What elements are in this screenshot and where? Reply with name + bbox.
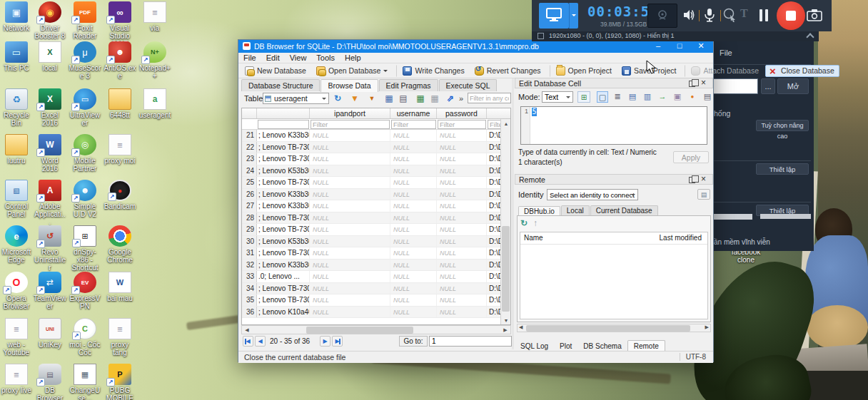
- remote-tab[interactable]: Local: [561, 205, 590, 215]
- goto-button[interactable]: Go to:: [399, 336, 428, 347]
- table-row[interactable]: 35 ; Lenovo TB-7304... NULL NULL NULL D:…: [242, 294, 510, 307]
- cell-username[interactable]: NULL: [390, 307, 437, 318]
- cell-username[interactable]: NULL: [390, 153, 437, 165]
- cell-password[interactable]: NULL: [437, 247, 487, 259]
- menu-item[interactable]: Edit: [261, 53, 285, 63]
- column-header-partial[interactable]: [487, 108, 511, 118]
- side-app-open-button[interactable]: Mở: [777, 78, 809, 94]
- cell-password[interactable]: NULL: [437, 307, 487, 318]
- side-app-browse-button[interactable]: ...: [761, 78, 775, 94]
- cell-username[interactable]: NULL: [390, 165, 437, 177]
- float-panel-icon[interactable]: [689, 81, 695, 87]
- row-number[interactable]: 33: [242, 271, 257, 282]
- cell-ipandport[interactable]: NULL: [310, 200, 390, 212]
- cell-useragent[interactable]: ; Lenovo K33b36 ...: [257, 189, 310, 200]
- close-button[interactable]: ✕: [690, 40, 712, 53]
- icon-word[interactable]: W Word 2016: [34, 134, 66, 173]
- mode-select[interactable]: Text: [542, 91, 573, 103]
- icon-edge[interactable]: e Microsoft Edge: [0, 225, 33, 264]
- close-database-button[interactable]: Close Database: [765, 65, 839, 77]
- open-database-button[interactable]: Open Database: [313, 65, 393, 77]
- cell-username[interactable]: NULL: [390, 247, 437, 259]
- cell-ipandport[interactable]: NULL: [310, 247, 390, 259]
- menu-item[interactable]: Tools: [311, 53, 340, 63]
- remote-horizontal-scrollbar[interactable]: ◀ ▶: [517, 324, 711, 332]
- cell-password[interactable]: NULL: [437, 153, 487, 165]
- row-number[interactable]: 34: [242, 283, 257, 294]
- scroll-left-icon[interactable]: ◀: [242, 326, 252, 334]
- row-number[interactable]: 31: [242, 247, 257, 259]
- icon-notepadpp[interactable]: N+ Notepad++: [138, 41, 171, 80]
- record-screen-button[interactable]: [539, 3, 569, 29]
- row-number[interactable]: 36: [242, 307, 257, 318]
- import-file-icon[interactable]: ▤: [627, 91, 638, 103]
- row-number[interactable]: 30: [242, 236, 257, 247]
- filter-icon[interactable]: ▼: [365, 93, 378, 104]
- cell-ipandport[interactable]: NULL: [310, 153, 390, 165]
- side-app-file-menu[interactable]: File: [720, 48, 732, 57]
- screenshot-camera-icon[interactable]: [807, 9, 822, 21]
- cell-useragent[interactable]: ; Lenovo TB-7304...: [257, 177, 310, 188]
- icon-driver-booster[interactable]: ◉ Driver Booster 8: [34, 1, 66, 40]
- attach-database-button[interactable]: Attach Database: [685, 65, 764, 77]
- dock-tab[interactable]: DB Schema: [577, 341, 627, 352]
- row-number[interactable]: 23: [242, 153, 257, 165]
- main-tab[interactable]: Database Structure: [241, 79, 320, 91]
- pane-splitter[interactable]: [512, 78, 514, 349]
- cell-ipandport[interactable]: NULL: [310, 224, 390, 235]
- close-panel-icon[interactable]: [701, 177, 707, 183]
- cell-ipandport[interactable]: NULL: [310, 177, 390, 188]
- row-number[interactable]: 32: [242, 260, 257, 271]
- table-row[interactable]: 29 ; Lenovo TB-7304... NULL NULL NULL D:…: [242, 224, 510, 236]
- speaker-icon[interactable]: [682, 8, 696, 22]
- cell-password[interactable]: NULL: [437, 200, 487, 212]
- cell-username[interactable]: NULL: [390, 130, 437, 141]
- side-app-advanced-button[interactable]: Tuỳ chọn nâng cao: [756, 120, 809, 131]
- title-bar[interactable]: DB Browser for SQLite - D:\THU\tool moi\…: [238, 40, 713, 53]
- cell-ipandport[interactable]: NULL: [310, 260, 390, 271]
- cell-username[interactable]: NULL: [390, 260, 437, 271]
- icon-adobe[interactable]: A Adobe Applicati...: [34, 180, 66, 226]
- filter-any-column-input[interactable]: [468, 93, 511, 103]
- icon-useragent-file[interactable]: a useragent: [138, 88, 171, 119]
- icon-changeuse[interactable]: ▦ ChangeUse...: [69, 364, 101, 400]
- cell-username[interactable]: NULL: [390, 200, 437, 212]
- cell-password[interactable]: NULL: [437, 236, 487, 247]
- cell-password[interactable]: NULL: [437, 260, 487, 271]
- scrollbar-thumb[interactable]: [502, 226, 510, 312]
- cell-editor[interactable]: 1 5: [520, 106, 707, 145]
- cell-password[interactable]: NULL: [437, 189, 487, 200]
- main-tab[interactable]: Execute SQL: [439, 79, 498, 91]
- print-icon[interactable]: ▤: [397, 93, 410, 104]
- cell-username[interactable]: NULL: [390, 283, 437, 294]
- table-select[interactable]: useragent: [263, 93, 329, 104]
- icon-teamviewer[interactable]: ⇄ TeamViewer: [34, 272, 66, 310]
- cell-username[interactable]: NULL: [390, 189, 437, 200]
- menu-item[interactable]: Help: [340, 53, 366, 63]
- encoding-indicator[interactable]: UTF-8: [680, 353, 706, 361]
- identity-settings-button[interactable]: ▤: [697, 189, 710, 200]
- icon-proxy-moi[interactable]: ≣ proxy moi: [104, 134, 136, 165]
- icon-chrome[interactable]: Google Chrome: [104, 225, 136, 264]
- cell-ipandport[interactable]: NULL: [310, 189, 390, 200]
- icon-control-panel[interactable]: ▧ Control Panel: [0, 180, 33, 218]
- remote-file-list[interactable]: Name Last modified: [520, 232, 708, 319]
- cell-password[interactable]: NULL: [437, 283, 487, 294]
- display-checkbox[interactable]: [538, 33, 544, 39]
- cell-ipandport[interactable]: NULL: [310, 294, 390, 306]
- cell-useragent[interactable]: ; Lenovo TB-7304...: [257, 294, 310, 306]
- horizontal-scrollbar[interactable]: ◀ ▶: [241, 325, 511, 334]
- minimize-button[interactable]: –: [647, 40, 669, 53]
- cell-useragent[interactable]: ; Lenovo K33b36) ...: [257, 130, 310, 141]
- cell-ipandport[interactable]: NULL: [310, 130, 390, 141]
- dock-tab[interactable]: Plot: [554, 341, 577, 352]
- upload-db-icon[interactable]: ↑: [533, 218, 538, 228]
- cell-useragent[interactable]: .0; Lenovo ...: [257, 271, 310, 282]
- icon-recycle-bin[interactable]: ♻ Recycle Bin: [0, 88, 33, 127]
- row-number[interactable]: 25: [242, 177, 257, 188]
- cell-useragent[interactable]: ; Lenovo K10a40 ...: [257, 307, 310, 318]
- row-number[interactable]: 29: [242, 224, 257, 235]
- icon-ultraviewer[interactable]: ▭ UltraViewer: [69, 88, 101, 127]
- icon-dnspy[interactable]: ⊞ dnSpy-x86 - Shortcut: [69, 225, 101, 272]
- cell-username[interactable]: NULL: [390, 271, 437, 282]
